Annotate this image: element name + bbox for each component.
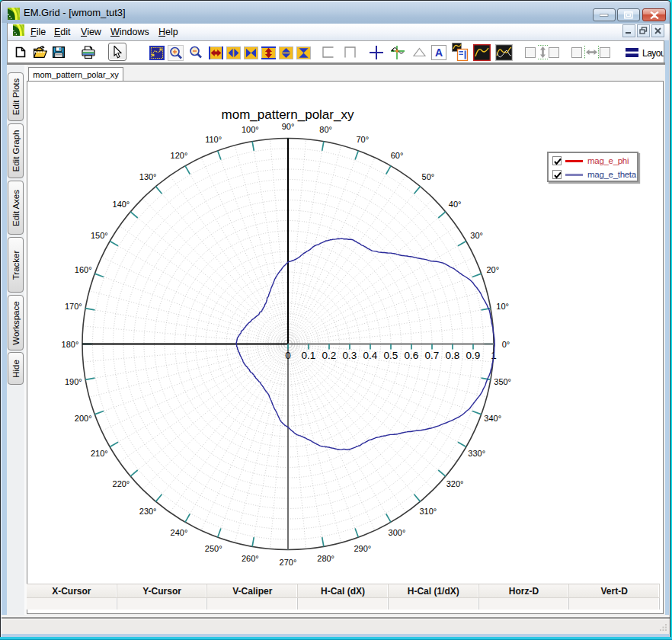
svg-text:90°: 90° [282,122,295,131]
svg-text:60°: 60° [391,151,404,160]
svg-text:220°: 220° [113,479,130,488]
svg-text:110°: 110° [205,135,222,144]
svg-text:200°: 200° [75,414,92,423]
svg-text:160°: 160° [75,265,92,274]
svg-text:320°: 320° [446,479,464,488]
svg-text:350°: 350° [494,377,511,386]
svg-text:0.4: 0.4 [363,350,378,361]
svg-text:300°: 300° [389,528,406,537]
svg-text:40°: 40° [449,200,462,209]
svg-text:0: 0 [285,350,291,361]
svg-text:230°: 230° [139,507,157,516]
svg-text:210°: 210° [91,449,108,458]
svg-text:10°: 10° [496,302,509,311]
svg-text:260°: 260° [242,554,259,563]
svg-text:270°: 270° [280,558,297,567]
svg-text:290°: 290° [354,544,371,553]
svg-text:330°: 330° [468,449,485,458]
svg-text:130°: 130° [139,172,157,181]
svg-text:30°: 30° [470,231,483,240]
svg-text:310°: 310° [419,507,437,516]
svg-text:0°: 0° [502,340,510,349]
svg-text:70°: 70° [356,135,369,144]
svg-text:140°: 140° [113,200,130,209]
svg-text:120°: 120° [171,151,188,160]
svg-text:240°: 240° [171,528,188,537]
svg-text:0.2: 0.2 [322,350,337,361]
svg-text:0.1: 0.1 [302,350,316,361]
svg-text:190°: 190° [65,377,82,386]
svg-text:mom_pattern_polar_xy: mom_pattern_polar_xy [222,107,354,122]
svg-text:280°: 280° [317,554,334,563]
svg-text:0.7: 0.7 [425,350,440,361]
svg-text:0.6: 0.6 [405,350,419,361]
svg-text:0.9: 0.9 [466,350,481,361]
svg-text:150°: 150° [91,231,108,240]
svg-text:80°: 80° [319,125,332,134]
svg-text:250°: 250° [205,544,222,553]
svg-text:0.3: 0.3 [343,350,357,361]
svg-text:50°: 50° [422,172,435,181]
svg-text:340°: 340° [484,414,501,423]
svg-text:180°: 180° [62,340,79,349]
svg-text:20°: 20° [486,265,499,274]
svg-text:0.5: 0.5 [384,350,398,361]
svg-text:100°: 100° [242,125,259,134]
svg-text:0.8: 0.8 [446,350,460,361]
svg-text:170°: 170° [65,302,82,311]
